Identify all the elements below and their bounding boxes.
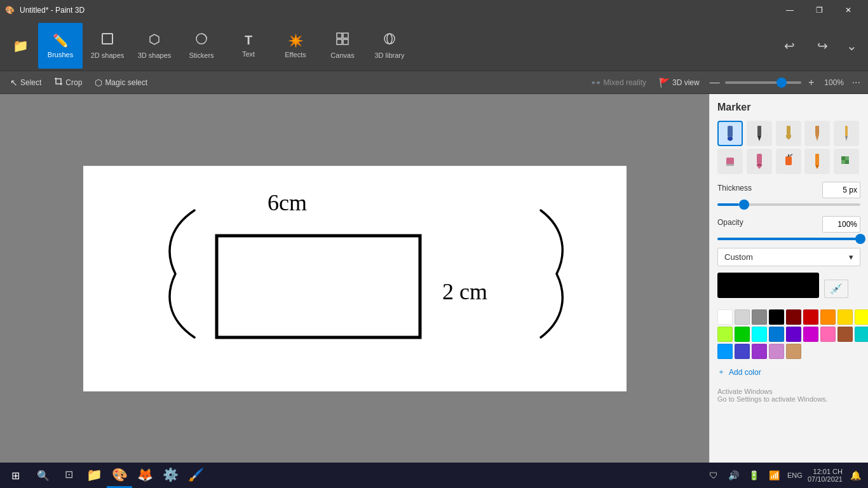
app-icon: 🎨 xyxy=(5,6,15,15)
network-icon[interactable]: 📶 xyxy=(767,468,782,483)
zoom-in-button[interactable]: + xyxy=(804,75,819,90)
zoom-out-button[interactable]: — xyxy=(707,75,722,90)
eyedropper-button[interactable]: 💉 xyxy=(824,280,848,298)
zoom-more-button[interactable]: ··· xyxy=(850,74,863,91)
mixed-reality-button[interactable]: 👓 Mixed reality xyxy=(585,74,651,92)
color-darkblue[interactable] xyxy=(735,344,750,359)
color-green[interactable] xyxy=(735,327,750,342)
opacity-slider[interactable] xyxy=(717,238,860,240)
canvas-icon xyxy=(336,32,349,49)
open-button[interactable]: 📁 xyxy=(5,23,36,69)
subtoolbar: ↖ Select Crop ⬡ Magic select 👓 Mixed rea… xyxy=(0,71,868,94)
more-button[interactable]: ⌄ xyxy=(840,23,863,69)
notification-icon[interactable]: 🔔 xyxy=(848,468,863,483)
magic-select-label: Magic select xyxy=(105,78,147,87)
color-teal[interactable] xyxy=(855,327,868,342)
zoom-thumb[interactable] xyxy=(776,78,787,88)
tool-2d-label: 2D shapes xyxy=(91,51,125,59)
color-lightblue[interactable] xyxy=(717,344,733,359)
tool-brushes[interactable]: ✏️ Brushes xyxy=(38,23,83,69)
taskbar-paint3d[interactable]: 🎨 xyxy=(107,463,132,488)
svg-rect-3 xyxy=(343,33,348,38)
security-icon[interactable]: 🛡 xyxy=(706,468,721,483)
battery-icon[interactable]: 🔋 xyxy=(747,468,762,483)
start-button[interactable]: ⊞ xyxy=(0,463,31,488)
restore-button[interactable]: ❐ xyxy=(804,0,834,20)
tool-3d-shapes[interactable]: 3D shapes xyxy=(132,23,177,69)
brush-eraser[interactable] xyxy=(717,149,743,174)
select-button[interactable]: ↖ Select xyxy=(5,74,46,92)
current-color-swatch[interactable] xyxy=(717,273,819,298)
color-gray[interactable] xyxy=(752,309,767,325)
3d-view-icon: 🚩 xyxy=(659,78,670,88)
color-pink[interactable] xyxy=(820,327,836,342)
brush-crayon[interactable] xyxy=(804,149,830,174)
taskbar: ⊞ 🔍 ⊡ 📁 🎨 🦊 ⚙️ 🖌️ 🛡 🔊 🔋 📶 ENG 12:01 CH 0… xyxy=(0,463,868,488)
brush-calligraphy[interactable] xyxy=(747,121,772,146)
color-yellow[interactable] xyxy=(855,309,868,325)
redo-button[interactable]: ↪ xyxy=(807,23,837,69)
brushes-icon: ✏️ xyxy=(53,33,69,48)
color-red[interactable] xyxy=(803,309,818,325)
date: 07/10/2021 xyxy=(808,475,843,483)
tool-3d-library[interactable]: 3D library xyxy=(367,23,412,69)
brush-watercolor[interactable] xyxy=(804,121,830,146)
search-button[interactable]: 🔍 xyxy=(31,463,56,488)
undo-button[interactable]: ↩ xyxy=(774,23,804,69)
thickness-fill xyxy=(717,203,739,206)
taskbar-firefox[interactable]: 🦊 xyxy=(132,463,158,488)
brush-marker[interactable] xyxy=(717,121,743,146)
color-blue[interactable] xyxy=(769,327,784,342)
brush-oil[interactable] xyxy=(776,121,801,146)
color-lightgray[interactable] xyxy=(735,309,750,325)
canvas-area[interactable]: 6cm 2 cm xyxy=(0,94,709,463)
tool-effects[interactable]: ✴️ Effects xyxy=(273,23,318,69)
color-violet[interactable] xyxy=(752,344,767,359)
opacity-input[interactable] xyxy=(822,216,860,233)
tool-canvas[interactable]: Canvas xyxy=(320,23,365,69)
3d-view-button[interactable]: 🚩 3D view xyxy=(654,74,705,92)
color-lavender[interactable] xyxy=(769,344,784,359)
color-magenta[interactable] xyxy=(803,327,818,342)
color-cyan[interactable] xyxy=(752,327,767,342)
zoom-slider[interactable] xyxy=(725,81,801,84)
svg-rect-32 xyxy=(841,160,845,164)
color-black[interactable] xyxy=(769,309,784,325)
color-darkred[interactable] xyxy=(786,309,801,325)
taskbar-gears[interactable]: ⚙️ xyxy=(158,463,183,488)
brush-highlighter[interactable] xyxy=(747,149,772,174)
magic-select-button[interactable]: ⬡ Magic select xyxy=(90,74,153,92)
color-greenyellow[interactable] xyxy=(717,327,733,342)
taskbar-paint[interactable]: 🖌️ xyxy=(183,463,208,488)
svg-rect-4 xyxy=(337,39,342,44)
thickness-thumb[interactable] xyxy=(739,200,749,210)
add-color-label: Add color xyxy=(729,368,761,377)
tool-text[interactable]: T Text xyxy=(226,23,271,69)
taskbar-explorer[interactable]: 📁 xyxy=(81,463,107,488)
color-brown[interactable] xyxy=(837,327,853,342)
tool-3d-label: 3D shapes xyxy=(138,51,172,59)
drawing-canvas[interactable]: 6cm 2 cm xyxy=(83,166,627,391)
task-view-button[interactable]: ⊡ xyxy=(56,463,81,488)
add-color-button[interactable]: ＋ Add color xyxy=(717,364,761,380)
color-mode-dropdown[interactable]: Custom ▾ xyxy=(717,248,860,266)
brush-spray[interactable] xyxy=(776,149,801,174)
color-gold[interactable] xyxy=(837,309,853,325)
opacity-thumb[interactable] xyxy=(855,234,865,244)
color-tan[interactable] xyxy=(786,344,801,359)
brush-pencil[interactable] xyxy=(834,121,859,146)
speaker-icon[interactable]: 🔊 xyxy=(726,468,742,483)
tool-stickers[interactable]: Stickers xyxy=(179,23,224,69)
clock[interactable]: 12:01 CH 07/10/2021 xyxy=(808,468,843,483)
thickness-slider[interactable] xyxy=(717,203,860,206)
brush-pixel[interactable] xyxy=(834,149,859,174)
close-button[interactable]: ✕ xyxy=(834,0,863,20)
opacity-row: Opacity xyxy=(717,216,860,233)
color-orange[interactable] xyxy=(820,309,836,325)
color-white[interactable] xyxy=(717,309,733,325)
tool-2d-shapes[interactable]: 2D shapes xyxy=(85,23,130,69)
crop-button[interactable]: Crop xyxy=(49,74,87,92)
minimize-button[interactable]: — xyxy=(775,0,804,20)
thickness-input[interactable] xyxy=(822,182,860,198)
color-purple[interactable] xyxy=(786,327,801,342)
